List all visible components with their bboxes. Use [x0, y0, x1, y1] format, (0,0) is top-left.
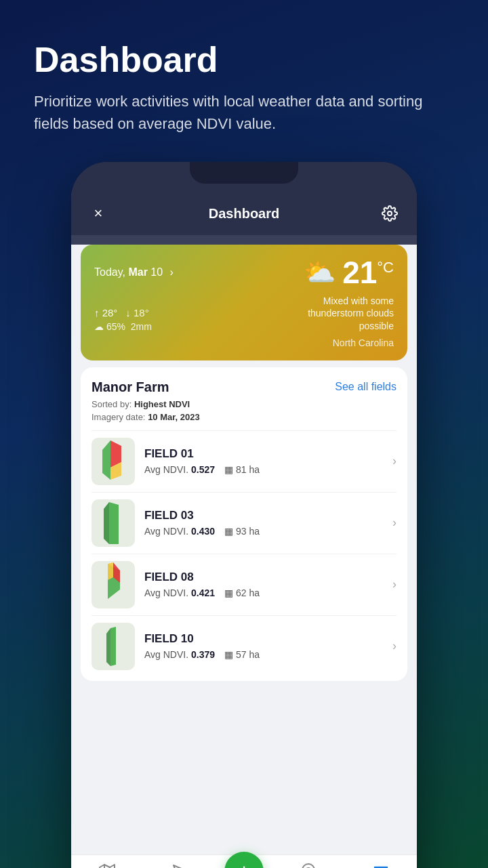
- weather-location: North Carolina: [94, 337, 394, 348]
- field-list-item[interactable]: FIELD 03 Avg NDVI. 0.430 ▦ 93 ha ›: [92, 492, 396, 554]
- farm-name: Manor Farm: [92, 379, 169, 395]
- map-icon: [99, 863, 115, 868]
- notes-icon: [300, 863, 317, 868]
- weather-temperature: 21°C: [342, 257, 394, 288]
- chevron-right-icon: ›: [392, 577, 396, 592]
- field-stats: Avg NDVI. 0.527 ▦ 81 ha: [144, 464, 387, 475]
- weather-details: ↑ 28° ↓ 18° ☁ 65% 2mm: [94, 307, 152, 332]
- chevron-right-icon: ›: [392, 639, 396, 653]
- field-info: FIELD 08 Avg NDVI. 0.421 ▦ 62 ha: [144, 571, 387, 598]
- weather-description: Mixed with some thunderstorm clouds poss…: [272, 295, 394, 332]
- phone-frame: × Dashboard Today, Mar 10: [71, 162, 417, 868]
- weather-bottom-row: ↑ 28° ↓ 18° ☁ 65% 2mm Mixed with some th…: [94, 295, 394, 332]
- dashboard-header: × Dashboard: [71, 192, 417, 235]
- dashboard-screen-title: Dashboard: [209, 206, 279, 222]
- field-stats: Avg NDVI. 0.430 ▦ 93 ha: [144, 526, 387, 537]
- page-header: Dashboard Prioritize work activities wit…: [0, 0, 488, 155]
- fields-header: Manor Farm See all fields: [92, 379, 396, 395]
- nav-item-notes[interactable]: Notes: [281, 863, 336, 868]
- svg-point-0: [388, 211, 392, 215]
- field-list-item[interactable]: FIELD 08 Avg NDVI. 0.421 ▦ 62 ha ›: [92, 554, 396, 615]
- nav-item-map[interactable]: Map: [80, 863, 134, 868]
- field-list-item[interactable]: FIELD 01 Avg NDVI. 0.527 ▦ 81 ha ›: [92, 430, 396, 492]
- field-name: FIELD 03: [144, 509, 387, 522]
- easyscout-icon: [171, 863, 188, 868]
- add-icon: +: [238, 859, 251, 868]
- field-info: FIELD 03 Avg NDVI. 0.430 ▦ 93 ha: [144, 509, 387, 537]
- field-thumbnail: [92, 561, 135, 608]
- field-name: FIELD 08: [144, 571, 387, 584]
- weather-date: Today, Mar 10 ›: [94, 266, 174, 278]
- phone-content: × Dashboard Today, Mar 10: [71, 192, 417, 868]
- field-info: FIELD 01 Avg NDVI. 0.527 ▦ 81 ha: [144, 447, 387, 475]
- field-stats: Avg NDVI. 0.421 ▦ 62 ha: [144, 587, 387, 598]
- weather-top-row: Today, Mar 10 › ⛅ 21°C: [94, 257, 394, 288]
- fields-sorted-meta: Sorted by: Highest NDVI: [92, 399, 396, 409]
- phone-notch: [190, 162, 298, 184]
- field-name: FIELD 10: [144, 632, 387, 646]
- svg-marker-6: [109, 502, 119, 544]
- nav-item-easyscout[interactable]: Easy Scout: [152, 863, 207, 868]
- svg-marker-10: [108, 562, 113, 580]
- weather-temp-area: ⛅ 21°C: [304, 257, 394, 288]
- fields-section: Manor Farm See all fields Sorted by: Hig…: [81, 367, 407, 681]
- see-all-fields-link[interactable]: See all fields: [335, 381, 396, 393]
- phone-notch-area: [71, 162, 417, 192]
- chevron-right-icon: ›: [392, 516, 396, 530]
- field-thumbnail: [92, 623, 135, 670]
- add-button[interactable]: +: [224, 852, 264, 868]
- field-thumbnail: [92, 438, 135, 485]
- settings-button[interactable]: [378, 201, 402, 226]
- weather-card[interactable]: Today, Mar 10 › ⛅ 21°C: [81, 245, 407, 360]
- page-subtitle: Prioritize work activities with local we…: [34, 90, 454, 135]
- page-title: Dashboard: [34, 41, 454, 79]
- chevron-right-icon: ›: [392, 454, 396, 468]
- svg-marker-14: [106, 628, 110, 666]
- close-button[interactable]: ×: [86, 201, 110, 226]
- field-name: FIELD 01: [144, 447, 387, 461]
- nav-item-menu[interactable]: Menu: [354, 863, 408, 868]
- field-list: FIELD 01 Avg NDVI. 0.527 ▦ 81 ha › FIELD…: [92, 430, 396, 677]
- imagery-date-meta: Imagery date: 10 Mar, 2023: [92, 412, 396, 422]
- gear-icon: [382, 205, 398, 222]
- phone-body: Today, Mar 10 › ⛅ 21°C: [71, 245, 417, 854]
- weather-humidity: ☁ 65% 2mm: [94, 321, 152, 332]
- svg-marker-15: [100, 865, 115, 868]
- svg-marker-13: [110, 627, 116, 666]
- menu-icon: [373, 863, 389, 868]
- bottom-nav: Map Easy Scout +: [71, 854, 417, 868]
- field-info: FIELD 10 Avg NDVI. 0.379 ▦ 57 ha: [144, 632, 387, 660]
- field-stats: Avg NDVI. 0.379 ▦ 57 ha: [144, 649, 387, 660]
- svg-marker-7: [104, 502, 109, 544]
- field-list-item[interactable]: FIELD 10 Avg NDVI. 0.379 ▦ 57 ha ›: [92, 615, 396, 677]
- weather-sun-icon: ⛅: [304, 257, 336, 287]
- field-thumbnail: [92, 499, 135, 547]
- weather-hilo: ↑ 28° ↓ 18°: [94, 307, 152, 318]
